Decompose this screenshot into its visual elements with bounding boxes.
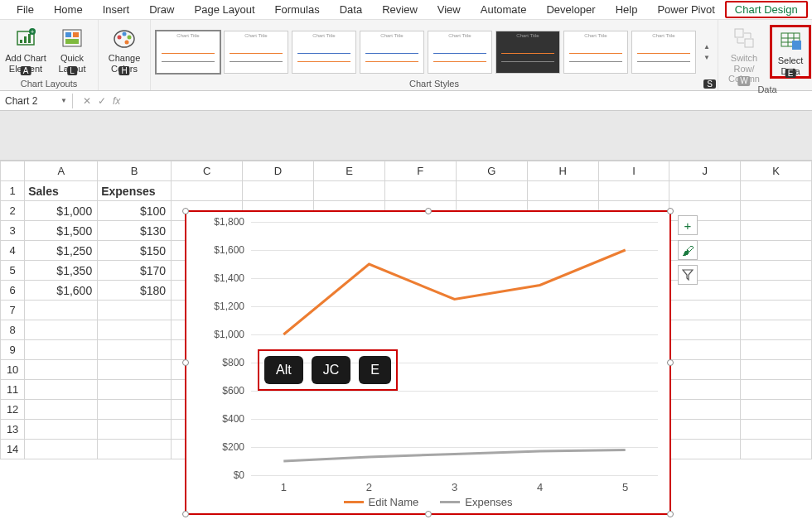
cell[interactable]: $1,350	[25, 261, 98, 281]
resize-handle[interactable]	[425, 208, 432, 214]
chart-style-thumb[interactable]: Chart Title	[156, 31, 220, 74]
cell[interactable]	[669, 380, 741, 400]
column-header[interactable]: E	[314, 161, 385, 181]
cell[interactable]	[25, 400, 98, 420]
cell[interactable]	[669, 440, 741, 459]
cell[interactable]: $1,000	[25, 201, 98, 221]
tab-home[interactable]: Home	[44, 1, 93, 18]
cell[interactable]	[669, 320, 741, 340]
cell[interactable]	[98, 301, 172, 320]
cell[interactable]	[669, 340, 741, 360]
tab-view[interactable]: View	[428, 1, 471, 18]
cell[interactable]	[98, 340, 172, 360]
column-header[interactable]: H	[527, 161, 598, 181]
tab-page-layout[interactable]: Page Layout	[185, 1, 265, 18]
cell[interactable]	[25, 360, 98, 380]
row-header[interactable]: 2	[1, 201, 25, 221]
tab-review[interactable]: Review	[372, 1, 428, 18]
cell[interactable]	[741, 340, 812, 360]
row-header[interactable]: 7	[1, 301, 25, 320]
cell[interactable]	[741, 380, 812, 400]
column-header[interactable]: F	[384, 161, 456, 181]
legend[interactable]: Edit NameExpenses	[186, 496, 669, 508]
cell[interactable]: Expenses	[98, 181, 172, 201]
row-header[interactable]: 9	[1, 340, 25, 360]
cell[interactable]	[25, 301, 98, 320]
cell[interactable]	[25, 440, 98, 459]
chart-elements-button[interactable]: +	[678, 215, 698, 235]
cell[interactable]	[527, 181, 598, 201]
plot-area[interactable]: $0$200$400$600$800$1,000$1,200$1,400$1,6…	[206, 222, 658, 475]
cell[interactable]	[98, 440, 172, 459]
series-line[interactable]	[283, 250, 625, 334]
select-all-corner[interactable]	[1, 161, 25, 181]
fx-label[interactable]: fx	[113, 95, 120, 107]
row-header[interactable]: 8	[1, 320, 25, 340]
chart-style-thumb[interactable]: Chart Title	[495, 31, 560, 74]
series-line[interactable]	[283, 450, 625, 461]
column-header[interactable]: J	[669, 161, 741, 181]
chart-style-more-button[interactable]: ▲▼	[701, 43, 713, 61]
row-header[interactable]: 10	[1, 360, 25, 380]
chart-style-thumb[interactable]: Chart Title	[360, 31, 424, 74]
tab-help[interactable]: Help	[606, 1, 648, 18]
row-header[interactable]: 6	[1, 281, 25, 301]
cell[interactable]: $1,250	[25, 241, 98, 261]
cell[interactable]	[741, 360, 812, 380]
cell[interactable]	[741, 221, 812, 241]
column-header[interactable]: D	[243, 161, 314, 181]
resize-handle[interactable]	[667, 511, 674, 517]
chart-style-thumb[interactable]: Chart Title	[292, 31, 356, 74]
column-header[interactable]: C	[172, 161, 243, 181]
cell[interactable]: $130	[98, 221, 172, 241]
cell[interactable]: Sales	[25, 181, 98, 201]
cell[interactable]: $180	[98, 281, 172, 301]
cell[interactable]	[669, 420, 741, 440]
add-chart-element-button[interactable]: + Add Chart Element A	[5, 25, 46, 74]
tab-formulas[interactable]: Formulas	[265, 1, 330, 18]
change-colors-button[interactable]: Change Colors H	[104, 25, 145, 74]
cell[interactable]: $100	[98, 201, 172, 221]
cell[interactable]	[98, 320, 172, 340]
tab-insert[interactable]: Insert	[93, 1, 140, 18]
cell[interactable]	[98, 420, 172, 440]
chart-styles-button[interactable]: 🖌	[678, 240, 698, 260]
tab-data[interactable]: Data	[330, 1, 372, 18]
cell[interactable]	[25, 420, 98, 440]
quick-layout-button[interactable]: Quick Layout L	[51, 25, 93, 74]
tab-file[interactable]: File	[7, 1, 44, 18]
cell[interactable]	[25, 380, 98, 400]
tab-developer[interactable]: Developer	[536, 1, 605, 18]
enter-icon[interactable]: ✓	[98, 95, 106, 107]
resize-handle[interactable]	[425, 511, 432, 517]
row-header[interactable]: 4	[1, 241, 25, 261]
row-header[interactable]: 5	[1, 261, 25, 281]
cell[interactable]	[25, 320, 98, 340]
row-header[interactable]: 13	[1, 420, 25, 440]
chart-style-thumb[interactable]: Chart Title	[631, 31, 696, 74]
cell[interactable]	[741, 301, 812, 320]
name-box[interactable]: Chart 2 ▼	[0, 94, 73, 108]
cell[interactable]: $150	[98, 241, 172, 261]
chart-style-thumb[interactable]: Chart Title	[224, 31, 288, 74]
chart-filter-button[interactable]	[678, 265, 698, 285]
cell[interactable]	[741, 181, 812, 201]
embedded-chart[interactable]: + 🖌 $0$200$400$600$800$1,000$1,200$1,400…	[185, 210, 671, 515]
cell[interactable]	[98, 360, 172, 380]
chart-style-thumb[interactable]: Chart Title	[563, 31, 628, 74]
tab-draw[interactable]: Draw	[139, 1, 184, 18]
cell[interactable]	[741, 320, 812, 340]
column-header[interactable]: G	[456, 161, 527, 181]
cell[interactable]: $1,600	[25, 281, 98, 301]
cell[interactable]	[741, 400, 812, 420]
cell[interactable]	[741, 440, 812, 459]
cell[interactable]	[598, 181, 669, 201]
chart-style-thumb[interactable]: Chart Title	[428, 31, 492, 74]
resize-handle[interactable]	[182, 359, 189, 366]
row-header[interactable]: 11	[1, 380, 25, 400]
legend-item[interactable]: Edit Name	[344, 496, 419, 508]
cell[interactable]	[669, 360, 741, 380]
row-header[interactable]: 1	[1, 181, 25, 201]
cell[interactable]	[98, 380, 172, 400]
column-header[interactable]: K	[741, 161, 812, 181]
